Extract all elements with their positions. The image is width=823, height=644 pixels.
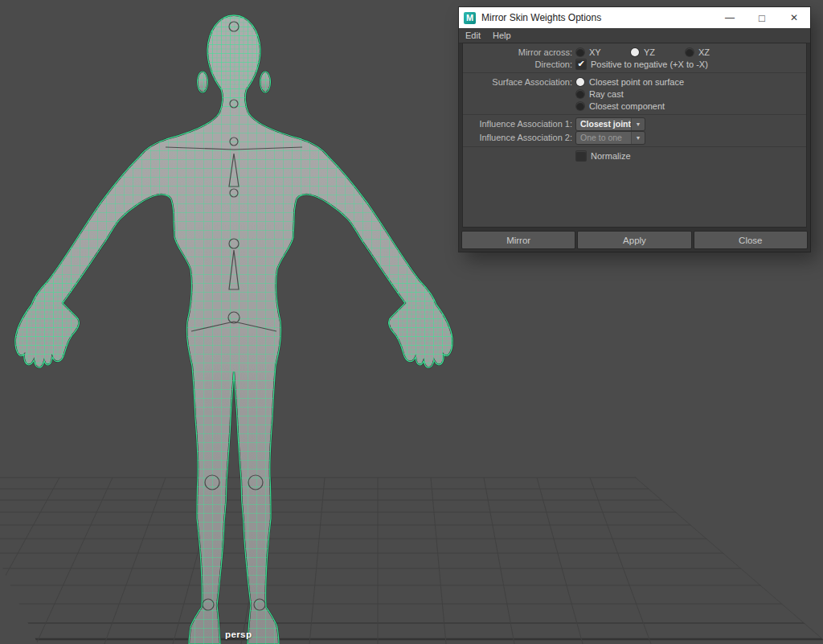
minimize-button[interactable]: — (714, 7, 746, 28)
separator (463, 72, 806, 73)
separator (463, 146, 806, 147)
maximize-button[interactable]: □ (746, 7, 778, 28)
menu-help[interactable]: Help (493, 31, 511, 40)
camera-name-label: persp (225, 630, 252, 639)
influence-association-2-row: Influence Association 2: One to one ▼ (463, 131, 806, 144)
influence-association-2-label: Influence Association 2: (463, 133, 572, 142)
radio-icon (576, 48, 584, 56)
dialog-action-buttons: Mirror Apply Close (462, 232, 807, 248)
influence-association-2-dropdown[interactable]: One to one ▼ (576, 132, 645, 144)
radio-mirror-xz[interactable]: XZ (686, 47, 740, 57)
normalize-label: Normalize (591, 151, 631, 161)
radio-icon (576, 90, 584, 98)
radio-icon (576, 102, 584, 110)
close-window-button[interactable]: ✕ (778, 7, 810, 28)
ground-grid (0, 477, 823, 644)
direction-checkbox[interactable]: ✔ (576, 59, 586, 69)
dropdown-value: One to one (576, 132, 631, 144)
maya-application: persp M Mirror Skin Weights Options — □ … (0, 0, 823, 644)
influence-association-1-dropdown[interactable]: Closest joint ▼ (576, 118, 645, 130)
dialog-title: Mirror Skin Weights Options (481, 12, 601, 23)
radio-icon (631, 48, 639, 56)
mirror-across-row: Mirror across: XY YZ XZ (463, 46, 806, 58)
dialog-titlebar[interactable]: M Mirror Skin Weights Options — □ ✕ (459, 7, 810, 28)
normalize-row: ✔ Normalize (463, 150, 806, 162)
radio-icon (576, 78, 584, 86)
dropdown-value: Closest joint (576, 118, 631, 130)
mirror-across-label: Mirror across: (463, 47, 572, 57)
apply-button[interactable]: Apply (578, 232, 690, 248)
surface-association-row-2: Ray cast (463, 88, 806, 100)
radio-mirror-yz[interactable]: YZ (631, 47, 686, 57)
maya-app-icon: M (464, 12, 476, 24)
influence-association-1-label: Influence Association 1: (463, 119, 572, 129)
window-controls: — □ ✕ (714, 7, 810, 28)
radio-mirror-xy[interactable]: XY (576, 47, 631, 57)
surface-association-row-3: Closest component (463, 100, 806, 112)
direction-option-label: Positive to negative (+X to -X) (591, 59, 708, 69)
radio-closest-component[interactable]: Closest component (576, 101, 665, 111)
radio-closest-point-on-surface[interactable]: Closest point on surface (576, 77, 684, 87)
normalize-checkbox[interactable]: ✔ (576, 151, 586, 161)
surface-association-label: Surface Association: (463, 77, 572, 87)
direction-label: Direction: (463, 59, 572, 69)
checkmark-icon: ✔ (577, 59, 584, 68)
mirror-button[interactable]: Mirror (462, 232, 575, 248)
surface-association-row-1: Surface Association: Closest point on su… (463, 76, 806, 88)
chevron-down-icon: ▼ (631, 118, 645, 130)
separator (463, 114, 806, 115)
mirror-skin-weights-options-dialog: M Mirror Skin Weights Options — □ ✕ Edit… (459, 7, 810, 252)
dialog-menubar: Edit Help (459, 28, 810, 43)
radio-ray-cast[interactable]: Ray cast (576, 89, 624, 99)
options-panel: Mirror across: XY YZ XZ (462, 43, 807, 228)
menu-edit[interactable]: Edit (465, 31, 481, 40)
direction-row: Direction: ✔ Positive to negative (+X to… (463, 58, 806, 70)
radio-icon (686, 48, 694, 56)
influence-association-1-row: Influence Association 1: Closest joint ▼ (463, 117, 806, 130)
close-button[interactable]: Close (694, 232, 807, 248)
chevron-down-icon: ▼ (631, 132, 645, 144)
